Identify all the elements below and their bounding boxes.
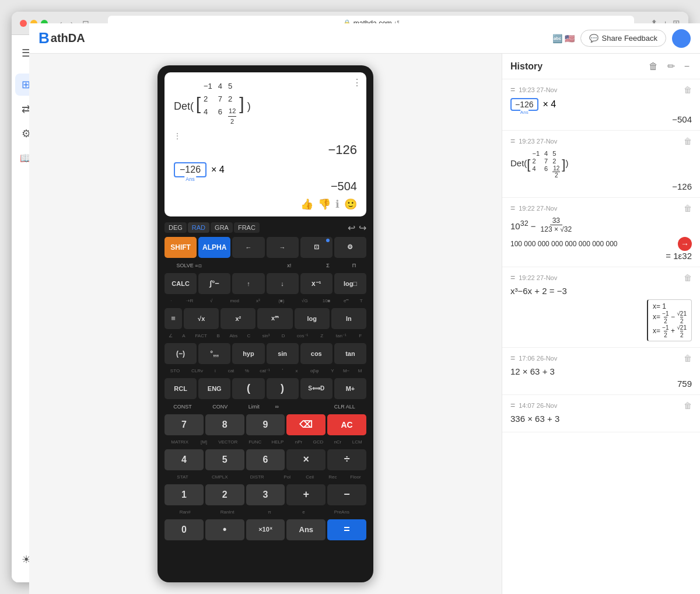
entry-1-mult: × 4: [543, 99, 556, 110]
key-1[interactable]: 1: [164, 484, 204, 505]
thumbs-down-button[interactable]: 👎: [318, 198, 331, 211]
lparen-key[interactable]: (: [232, 378, 264, 399]
history-delete-all[interactable]: 🗑: [646, 60, 660, 73]
frac-mode[interactable]: FRAC: [234, 222, 260, 233]
multiply-label: × 4: [211, 165, 225, 175]
key-4[interactable]: 4: [164, 449, 204, 470]
cos-key[interactable]: cos: [300, 343, 332, 364]
ln-key[interactable]: ln: [331, 308, 366, 329]
key-0[interactable]: 0: [164, 519, 204, 540]
rad-mode[interactable]: RAD: [188, 222, 209, 233]
entry-1-delete[interactable]: 🗑: [684, 85, 688, 95]
left-key[interactable]: ←: [232, 237, 264, 258]
calculator-device: ⋮ Det( [ −145 272 46122 ]: [158, 65, 373, 582]
ac-key[interactable]: AC: [327, 414, 366, 435]
entry-2-delete[interactable]: 🗑: [684, 137, 688, 146]
multiply-key[interactable]: ×: [286, 449, 326, 470]
key-8[interactable]: 8: [205, 414, 244, 435]
entry-2-result: −126: [510, 181, 688, 191]
sd-key[interactable]: S⟺D: [300, 378, 332, 399]
alpha-key[interactable]: ALPHA: [198, 237, 230, 258]
key-3[interactable]: 3: [246, 484, 285, 505]
entry-6-delete[interactable]: 🗑: [684, 401, 688, 410]
degrees-key[interactable]: °,,,: [198, 343, 230, 364]
display-actions: 👍 👎 ℹ 🙂: [174, 198, 357, 211]
smiley-button[interactable]: 🙂: [344, 198, 357, 211]
ans-box: −126 Ans: [174, 162, 206, 177]
entry-5-delete[interactable]: 🗑: [684, 354, 688, 363]
decimal-key[interactable]: •: [205, 519, 244, 540]
ans-key[interactable]: Ans: [286, 519, 326, 540]
history-entry-4: = 19:22 27-Nov 🗑 x³−6x + 2 = −3 x= 1 x= …: [502, 267, 688, 348]
close-button[interactable]: [20, 20, 27, 27]
deg-mode[interactable]: DEG: [164, 222, 187, 233]
xinverse-key[interactable]: x⁻¹: [300, 273, 332, 294]
header: BathDA 🔤 🇺🇸 💬 Share Feedback: [29, 23, 688, 54]
history-entry-1: = 19:23 27-Nov 🗑 −126 Ans × 4 −504: [502, 79, 688, 131]
language-selector[interactable]: 🔤 🇺🇸: [552, 34, 575, 43]
rcl-key[interactable]: RCL: [164, 378, 197, 399]
plus-key[interactable]: +: [286, 484, 326, 505]
key-2[interactable]: 2: [205, 484, 244, 505]
backspace-key[interactable]: ⌫: [286, 414, 326, 435]
shift-key[interactable]: SHIFT: [164, 237, 197, 258]
divide-key[interactable]: ÷: [327, 449, 366, 470]
sci-notation-key[interactable]: ×10ˣ: [246, 519, 285, 540]
info-button[interactable]: ℹ: [335, 198, 340, 211]
settings-key[interactable]: ⚙: [334, 237, 366, 258]
expand-arrow[interactable]: →: [678, 237, 688, 251]
expand-key[interactable]: ⊡: [300, 237, 332, 258]
keypad: SHIFT ALPHA ← → ⊡ ⚙ SOLVE =⊡: [164, 237, 366, 540]
history-entry-6: = 14:07 26-Nov 🗑 336 × 63 + 3: [502, 395, 688, 432]
up-key[interactable]: ↑: [232, 273, 264, 294]
key-7[interactable]: 7: [164, 414, 204, 435]
entry-3-delete[interactable]: 🗑: [684, 204, 688, 213]
neg-key[interactable]: (−): [164, 343, 197, 364]
rparen-key[interactable]: ): [267, 378, 299, 399]
power-key[interactable]: xᵐ: [257, 308, 292, 329]
key-9[interactable]: 9: [246, 414, 285, 435]
tan-key[interactable]: tan: [334, 343, 366, 364]
down-key[interactable]: ↓: [267, 273, 299, 294]
logo: BathDA: [38, 29, 85, 47]
eng-key[interactable]: ENG: [198, 378, 230, 399]
display-result1: −126: [174, 142, 357, 158]
display-result2: −504: [174, 180, 357, 193]
history-header: History 🗑 ✏ −: [502, 54, 688, 79]
entry-1-ans: −126 Ans: [510, 98, 538, 111]
gra-mode[interactable]: GRA: [211, 222, 233, 233]
history-entry-2: = 19:23 27-Nov 🗑 Det( [ −145 272 46122: [502, 131, 688, 198]
mode-row: DEG RAD GRA FRAC ↩ ↪: [164, 222, 366, 233]
integral-key[interactable]: ∫°−: [198, 273, 230, 294]
sqrt-key[interactable]: √x: [184, 308, 219, 329]
mplus-key[interactable]: M+: [334, 378, 366, 399]
share-feedback-button[interactable]: 💬 Share Feedback: [580, 30, 666, 47]
entry-1-result: −504: [510, 114, 688, 124]
feedback-icon: 💬: [589, 34, 598, 43]
display-expression: Det( [ −145 272 46122 ] ): [174, 79, 357, 128]
square-key[interactable]: x²: [220, 308, 256, 329]
user-avatar[interactable]: [672, 29, 688, 48]
entry-4-delete[interactable]: 🗑: [684, 273, 688, 282]
calc-key[interactable]: CALC: [164, 273, 197, 294]
undo-button[interactable]: ↩: [348, 222, 355, 233]
logbox-key[interactable]: log□: [334, 273, 366, 294]
equals-key[interactable]: =: [327, 519, 366, 540]
right-key[interactable]: →: [267, 237, 299, 258]
history-title: History: [510, 61, 642, 72]
sin-key[interactable]: sin: [267, 343, 299, 364]
history-entry-3: = 19:22 27-Nov 🗑 1032 − 33 123 × √32: [502, 198, 688, 267]
key-6[interactable]: 6: [246, 449, 285, 470]
history-collapse[interactable]: −: [682, 60, 688, 73]
minus-key[interactable]: −: [327, 484, 366, 505]
thumbs-up-button[interactable]: 👍: [300, 198, 313, 211]
key-5[interactable]: 5: [205, 449, 244, 470]
more-options-icon[interactable]: ⋮: [352, 77, 362, 88]
entry-3-result: = 1ε32: [510, 251, 688, 261]
pi-equiv-key[interactable]: ≡: [164, 308, 182, 329]
hyp-key[interactable]: hyp: [232, 343, 264, 364]
log-key[interactable]: log: [295, 308, 330, 329]
history-pin[interactable]: ✏: [665, 60, 677, 73]
ans-label: Ans: [184, 176, 196, 182]
redo-button[interactable]: ↪: [359, 222, 366, 233]
